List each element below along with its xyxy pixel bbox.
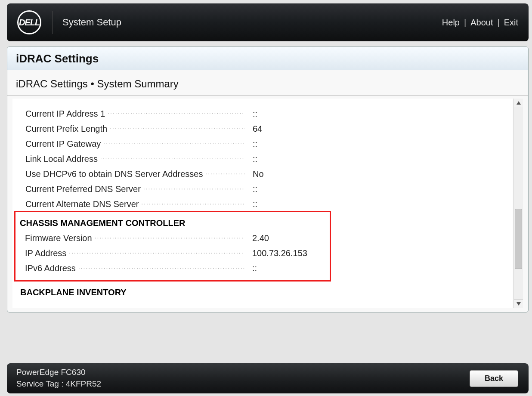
row-value: :: <box>245 139 257 149</box>
service-tag-line: Service Tag : 4KFPR52 <box>16 378 101 390</box>
header-links: Help | About | Exit <box>442 18 518 28</box>
summary-row: Use DHCPv6 to obtain DNS Server Addresse… <box>14 167 511 182</box>
panel-title: iDRAC Settings <box>7 47 528 70</box>
service-tag-label: Service Tag : <box>16 379 63 388</box>
row-value: 64 <box>245 124 262 134</box>
row-label: Link Local Address <box>25 154 245 164</box>
row-value: :: <box>245 184 257 194</box>
row-value: :: <box>244 263 257 273</box>
row-label: Use DHCPv6 to obtain DNS Server Addresse… <box>25 169 245 179</box>
footer-bar: PowerEdge FC630 Service Tag : 4KFPR52 Ba… <box>7 363 529 393</box>
header-bar: DELL System Setup Help | About | Exit <box>7 3 529 41</box>
app-title: System Setup <box>62 17 121 28</box>
row-value: :: <box>245 199 257 209</box>
dell-logo: DELL <box>17 10 41 34</box>
exit-link[interactable]: Exit <box>504 18 518 28</box>
row-label: Current Prefix Length <box>25 124 245 134</box>
row-label: Current Alternate DNS Server <box>25 199 245 209</box>
cmc-section-title: CHASSIS MANAGEMENT CONTROLLER <box>15 212 330 231</box>
chevron-down-icon <box>517 302 521 306</box>
row-label: Current Preferred DNS Server <box>25 184 245 194</box>
row-label: Firmware Version <box>25 233 244 243</box>
row-label: IPv6 Address <box>25 263 244 273</box>
summary-row: Current Prefix Length 64 <box>14 121 511 136</box>
link-separator: | <box>497 18 499 28</box>
cmc-row: IPv6 Address :: <box>15 261 330 276</box>
app-root: DELL System Setup Help | About | Exit iD… <box>0 0 532 396</box>
main-panel: iDRAC Settings iDRAC Settings • System S… <box>7 46 529 312</box>
scroll-thumb[interactable] <box>515 209 522 269</box>
link-separator: | <box>464 18 466 28</box>
cmc-row: IP Address 100.73.26.153 <box>15 246 330 261</box>
scroll-down-button[interactable] <box>514 299 523 308</box>
summary-row: Link Local Address :: <box>14 152 511 167</box>
chevron-up-icon <box>517 101 521 105</box>
row-value: 100.73.26.153 <box>244 248 307 258</box>
summary-row: Current IP Gateway :: <box>14 136 511 152</box>
row-label: Current IP Gateway <box>25 139 245 149</box>
row-value: 2.40 <box>244 233 269 243</box>
summary-row: Current Preferred DNS Server :: <box>14 182 511 197</box>
row-value: :: <box>245 154 257 164</box>
scroll-up-button[interactable] <box>514 99 523 107</box>
back-button[interactable]: Back <box>470 370 518 387</box>
logo-text: DELL <box>19 18 40 28</box>
footer-info: PowerEdge FC630 Service Tag : 4KFPR52 <box>16 367 101 390</box>
cmc-row: Firmware Version 2.40 <box>15 231 330 246</box>
row-label: Current IP Address 1 <box>25 109 245 119</box>
summary-row: Current IP Address 1 :: <box>14 106 511 121</box>
about-link[interactable]: About <box>470 18 493 28</box>
backplane-section-title: BACKPLANE INVENTORY <box>14 282 511 300</box>
help-link[interactable]: Help <box>442 18 460 28</box>
summary-list: Current IP Address 1 :: Current Prefix L… <box>12 99 513 308</box>
cmc-highlight-box: CHASSIS MANAGEMENT CONTROLLER Firmware V… <box>14 211 331 282</box>
scrollbar[interactable] <box>513 99 523 308</box>
header-divider <box>53 11 53 34</box>
summary-row: Current Alternate DNS Server :: <box>14 197 511 212</box>
row-value: No <box>245 169 264 179</box>
model-name: PowerEdge FC630 <box>16 367 101 378</box>
service-tag-value: 4KFPR52 <box>66 379 101 388</box>
row-value: :: <box>245 109 257 119</box>
content-area: Current IP Address 1 :: Current Prefix L… <box>12 99 523 308</box>
row-label: IP Address <box>25 248 244 258</box>
breadcrumb: iDRAC Settings • System Summary <box>7 70 528 96</box>
